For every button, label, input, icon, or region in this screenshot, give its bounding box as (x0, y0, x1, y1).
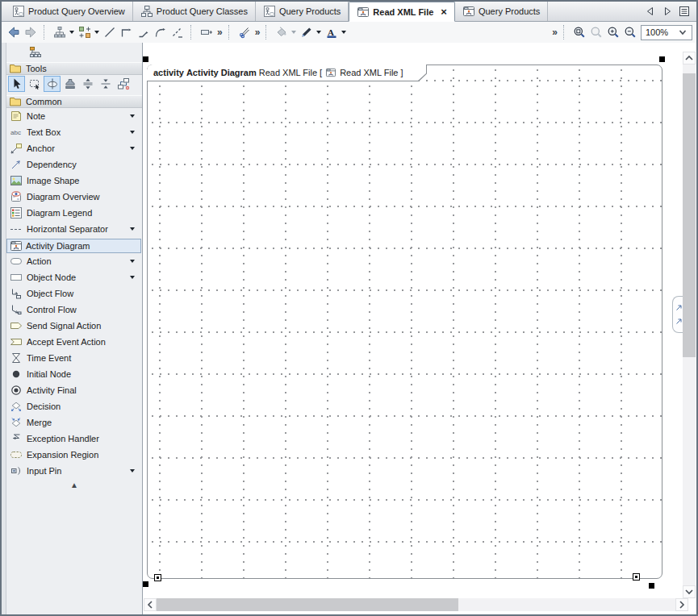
palette-item-time-event[interactable]: Time Event (6, 350, 142, 366)
fill-bucket-icon (275, 26, 288, 39)
tab-query-products[interactable]: Query Products (256, 2, 349, 21)
horizontal-scrollbar[interactable] (144, 598, 688, 611)
align-shapes-button-dropdown-icon[interactable] (94, 31, 99, 34)
palette-item-accept-event-action[interactable]: Accept Event Action (6, 334, 142, 350)
selection-handle-top-left[interactable] (143, 56, 148, 62)
palette-item-dropdown-icon[interactable] (130, 469, 135, 472)
curved-line-button[interactable] (153, 23, 169, 41)
zoom-in-button[interactable] (605, 23, 621, 41)
selection-handle-top-right[interactable] (659, 56, 665, 62)
previous-tab-button[interactable] (644, 5, 657, 18)
palette-item-note[interactable]: Note (6, 108, 142, 124)
svg-text:A: A (328, 27, 334, 37)
selection-handle-bottom-left[interactable] (143, 581, 148, 587)
line-oblique-icon (137, 26, 150, 39)
palette-item-anchor[interactable]: Anchor (6, 140, 142, 156)
marquee-tool[interactable] (26, 76, 43, 92)
resize-handle-bottom-right[interactable] (633, 573, 640, 581)
palette-header-tools[interactable]: Tools (6, 62, 142, 75)
palette-item-decision[interactable]: Decision (6, 398, 142, 414)
font-color-button-dropdown-icon[interactable] (341, 31, 346, 34)
magnet-tool[interactable] (61, 76, 78, 92)
activity-frame[interactable]: activity Activity Diagram Read XML File … (147, 65, 662, 579)
back-button[interactable] (6, 23, 22, 41)
palette-section-activity-diagram[interactable]: Activity Diagram (6, 239, 141, 253)
class-diagram-icon (140, 5, 153, 18)
palette-item-input-pin[interactable]: Input Pin (6, 463, 142, 479)
toolbar-overflow-chevron[interactable]: » (253, 27, 261, 38)
tab-read-xml-file[interactable]: Read XML File× (349, 2, 455, 22)
next-tab-button[interactable] (661, 5, 674, 18)
diagram-canvas[interactable]: activity Activity Diagram Read XML File … (143, 43, 696, 614)
sweeper-tool[interactable] (44, 76, 61, 92)
palette-item-horizontal-separator[interactable]: Horizontal Separator (6, 221, 142, 237)
palette-item-dropdown-icon[interactable] (130, 131, 135, 134)
hseparator-icon (10, 223, 23, 235)
zoom-fit-button[interactable] (571, 23, 587, 41)
straight-line-button[interactable] (102, 23, 118, 41)
palette-item-object-node[interactable]: Object Node (6, 269, 142, 285)
scroll-up-button[interactable] (683, 52, 696, 65)
palette-item-diagram-legend[interactable]: Diagram Legend (6, 205, 142, 221)
scroll-left-button[interactable] (144, 598, 157, 611)
palette-item-dropdown-icon[interactable] (130, 260, 135, 263)
note-icon (10, 110, 23, 123)
palette-scroll-up-button[interactable]: ▲ (6, 479, 142, 490)
palette-item-dropdown-icon[interactable] (130, 276, 135, 279)
palette-item-send-signal-action[interactable]: Send Signal Action (6, 318, 142, 334)
palette-item-dropdown-icon[interactable] (130, 114, 135, 118)
squeeze-tool[interactable] (97, 76, 114, 92)
toolbar-overflow-chevron[interactable]: » (550, 27, 558, 38)
line-color-button-dropdown-icon[interactable] (316, 31, 321, 34)
palette-item-initial-node[interactable]: Initial Node (6, 366, 142, 382)
connector-caption-button[interactable] (199, 23, 215, 41)
swap-diagram-tool[interactable] (115, 76, 132, 92)
vertical-sweeper-icon (82, 77, 94, 90)
rectilinear-line-button[interactable] (119, 23, 135, 41)
tab-query-products[interactable]: Query Products (455, 2, 548, 21)
frame-header[interactable]: activity Activity Diagram Read XML File … (147, 65, 426, 81)
scroll-down-button[interactable] (683, 585, 696, 598)
tab-close-icon[interactable]: × (441, 6, 447, 17)
resize-handle-bottom-left[interactable] (154, 574, 161, 581)
palette-item-control-flow[interactable]: Control Flow (6, 302, 142, 318)
palette-item-dependency[interactable]: Dependency (6, 156, 142, 173)
zoom-level-combo[interactable]: 100% (641, 25, 692, 40)
diagram-navigator-icon[interactable] (29, 46, 42, 59)
palette-header-common[interactable]: Common (6, 95, 142, 108)
palette-item-dropdown-icon[interactable] (130, 227, 135, 231)
horizontal-scroll-thumb[interactable] (157, 598, 458, 611)
scroll-right-button[interactable] (675, 598, 688, 611)
palette-item-expansion-region[interactable]: Expansion Region (6, 447, 142, 463)
align-shapes-button[interactable] (77, 23, 93, 41)
tab-list-button[interactable] (678, 5, 691, 18)
palette-item-image-shape[interactable]: Image Shape (6, 173, 142, 189)
palette-item-object-flow[interactable]: Object Flow (6, 285, 142, 302)
palette-item-exception-handler[interactable]: Exception Handler (6, 431, 142, 447)
palette-item-action[interactable]: Action (6, 253, 142, 269)
layout-diagram-button-dropdown-icon[interactable] (69, 31, 74, 34)
usecase-diagram-icon (12, 5, 25, 18)
tab-product-query-overview[interactable]: Product Query Overview (5, 2, 133, 21)
vertical-scroll-thumb[interactable] (683, 73, 696, 357)
selection-handle-bottom-right[interactable] (649, 583, 654, 589)
vertical-scrollbar[interactable] (683, 52, 696, 598)
tab-product-query-classes[interactable]: Product Query Classes (133, 2, 256, 21)
palette-item-merge[interactable]: Merge (6, 414, 142, 431)
combo-arrow-icon[interactable] (676, 26, 689, 39)
palette-item-dropdown-icon[interactable] (130, 147, 135, 150)
line-color-button[interactable] (299, 23, 315, 41)
oblique-line-button[interactable] (136, 23, 152, 41)
fill-color-button-dropdown-icon[interactable] (291, 31, 296, 34)
palette-item-text-box[interactable]: abcText Box (6, 124, 142, 140)
zoom-out-button[interactable] (622, 23, 638, 41)
cursor-tool[interactable] (8, 76, 25, 92)
vertical-sweeper-tool[interactable] (79, 76, 96, 92)
split-view-button[interactable] (236, 23, 253, 41)
layout-diagram-button[interactable] (52, 23, 68, 41)
font-color-button[interactable]: A (324, 23, 340, 41)
dashed-line-button[interactable] (169, 23, 186, 41)
toolbar-overflow-chevron[interactable]: » (215, 27, 224, 38)
palette-item-activity-final[interactable]: Activity Final (6, 382, 142, 398)
palette-item-diagram-overview[interactable]: Diagram Overview (6, 189, 142, 205)
